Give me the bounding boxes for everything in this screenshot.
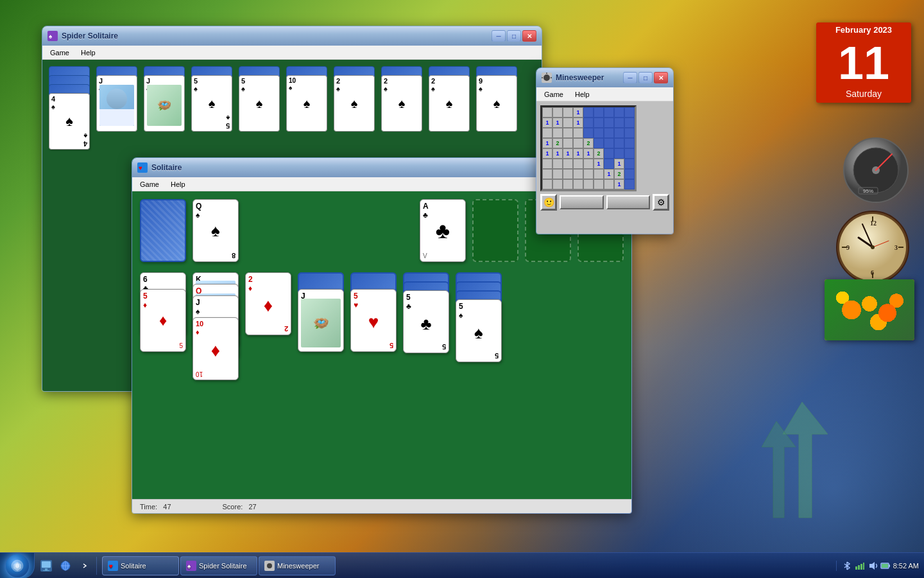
- spider-card-face[interactable]: J♠: [96, 75, 137, 132]
- spider-card-face[interactable]: 9♠ ♠: [476, 75, 517, 132]
- mine-cell[interactable]: 1: [573, 118, 583, 128]
- mine-cell[interactable]: [604, 118, 614, 128]
- mine-cell[interactable]: [552, 169, 563, 179]
- spider-title-bar[interactable]: ♠ Spider Solitaire ─ □ ✕: [42, 26, 542, 46]
- mine-cell[interactable]: [583, 169, 594, 179]
- tableau-card[interactable]: 5♣ ♣ 5: [403, 290, 449, 353]
- mine-cell[interactable]: [563, 159, 573, 169]
- mine-cell[interactable]: [583, 107, 594, 118]
- mine-cell[interactable]: [563, 179, 573, 189]
- spider-maximize-button[interactable]: □: [507, 30, 521, 42]
- mine-cell[interactable]: [542, 107, 552, 118]
- mine-cell[interactable]: [542, 179, 552, 189]
- mine-cell[interactable]: [583, 179, 594, 189]
- show-desktop-button[interactable]: [37, 557, 55, 575]
- tableau-card[interactable]: J♠ 🪺: [298, 289, 344, 352]
- spider-close-button[interactable]: ✕: [522, 30, 536, 42]
- mine-cell[interactable]: [542, 169, 552, 179]
- mine-cell[interactable]: 1: [542, 148, 552, 159]
- spider-menu-game[interactable]: Game: [45, 48, 74, 58]
- mine-cell[interactable]: 1: [573, 107, 583, 118]
- mine-cell[interactable]: 2: [583, 138, 594, 148]
- mine-cell[interactable]: [563, 138, 573, 148]
- mines-button-2[interactable]: [606, 195, 651, 209]
- spider-menu-help[interactable]: Help: [76, 48, 101, 58]
- mine-cell[interactable]: [563, 169, 573, 179]
- spider-card-face[interactable]: 5♠ ♠ 5♠: [191, 75, 232, 132]
- mine-cell[interactable]: [624, 107, 635, 118]
- mine-cell[interactable]: [542, 128, 552, 138]
- mine-cell[interactable]: [624, 138, 635, 148]
- mine-cell[interactable]: [594, 107, 604, 118]
- foundation-2[interactable]: [472, 199, 518, 262]
- mine-cell[interactable]: [614, 107, 624, 118]
- mine-cell[interactable]: [624, 118, 635, 128]
- ie-button[interactable]: [56, 557, 74, 575]
- mine-cell[interactable]: [624, 159, 635, 169]
- mine-cell[interactable]: [583, 159, 594, 169]
- mine-cell[interactable]: 1: [583, 148, 594, 159]
- solitaire-menu-help[interactable]: Help: [166, 179, 191, 189]
- mine-cell[interactable]: 1: [614, 159, 624, 169]
- mine-cell[interactable]: [542, 159, 552, 169]
- mine-cell[interactable]: [552, 159, 563, 169]
- tableau-card[interactable]: 5♠ ♠ 5: [456, 299, 502, 362]
- mine-cell[interactable]: [604, 107, 614, 118]
- mine-cell[interactable]: 1: [594, 159, 604, 169]
- mine-cell[interactable]: [614, 128, 624, 138]
- mine-cell[interactable]: [624, 128, 635, 138]
- mine-cell[interactable]: [594, 138, 604, 148]
- mine-cell[interactable]: [573, 128, 583, 138]
- mine-cell[interactable]: [573, 169, 583, 179]
- smiley-face-button[interactable]: 🙂: [540, 194, 557, 211]
- mine-cell[interactable]: [594, 118, 604, 128]
- mine-cell[interactable]: [573, 159, 583, 169]
- mine-cell[interactable]: [583, 128, 594, 138]
- spider-card-face[interactable]: 2♠ ♠: [334, 75, 375, 132]
- mine-cell[interactable]: 2: [614, 169, 624, 179]
- taskbar-minesweeper-button[interactable]: Minesweeper: [259, 556, 336, 575]
- minesweeper-maximize-button[interactable]: □: [638, 72, 653, 83]
- mine-cell[interactable]: [563, 118, 573, 128]
- mine-cell[interactable]: 1: [563, 148, 573, 159]
- tableau-card[interactable]: 5♦ ♦ 5: [140, 289, 186, 352]
- spider-card-face[interactable]: 2♠ ♠: [381, 75, 422, 132]
- start-button[interactable]: [0, 553, 35, 579]
- mine-cell[interactable]: [604, 159, 614, 169]
- taskbar-spider-button[interactable]: ♠ Spider Solitaire: [180, 556, 257, 575]
- mine-cell[interactable]: 1: [614, 179, 624, 189]
- taskbar-solitaire-button[interactable]: ♥ Solitaire: [102, 556, 179, 575]
- mine-cell[interactable]: 1: [552, 118, 563, 128]
- minesweeper-minimize-button[interactable]: ─: [623, 72, 637, 83]
- mines-button-1[interactable]: [560, 195, 604, 209]
- mine-cell[interactable]: 1: [604, 169, 614, 179]
- mine-cell[interactable]: 1: [552, 148, 563, 159]
- mine-cell[interactable]: 2: [594, 148, 604, 159]
- foundation-1[interactable]: A♣ ♣ V: [420, 199, 466, 262]
- mine-cell[interactable]: [583, 118, 594, 128]
- mine-cell[interactable]: 2: [552, 138, 563, 148]
- waste-pile[interactable]: Q♠ ♠ 8: [193, 199, 239, 262]
- mine-cell[interactable]: [552, 107, 563, 118]
- battery-icon[interactable]: [880, 561, 891, 571]
- mines-option-button[interactable]: ⚙: [653, 194, 669, 211]
- minesweeper-menu-help[interactable]: Help: [570, 89, 595, 100]
- tableau-card[interactable]: 5♥ ♥ 5: [350, 289, 397, 352]
- minesweeper-menu-game[interactable]: Game: [539, 89, 569, 100]
- spider-card-face[interactable]: J♠ 🪺: [144, 75, 185, 132]
- bluetooth-icon[interactable]: [842, 561, 852, 571]
- mine-cell[interactable]: [604, 128, 614, 138]
- mine-cell[interactable]: [604, 148, 614, 159]
- stock-pile[interactable]: [140, 199, 186, 262]
- tableau-card[interactable]: 2♦ ♦ 2: [245, 272, 291, 335]
- mine-cell[interactable]: [594, 179, 604, 189]
- mine-cell[interactable]: [552, 179, 563, 189]
- mine-cell[interactable]: [604, 179, 614, 189]
- mine-cell[interactable]: [563, 107, 573, 118]
- tableau-card[interactable]: 10♦ ♦ 10: [193, 317, 239, 380]
- mine-cell[interactable]: [614, 148, 624, 159]
- mine-cell[interactable]: [573, 179, 583, 189]
- spider-card-face[interactable]: 10♠ ♠: [286, 75, 327, 132]
- mine-cell[interactable]: [624, 169, 635, 179]
- spider-card-face[interactable]: 2♠ ♠: [429, 75, 470, 132]
